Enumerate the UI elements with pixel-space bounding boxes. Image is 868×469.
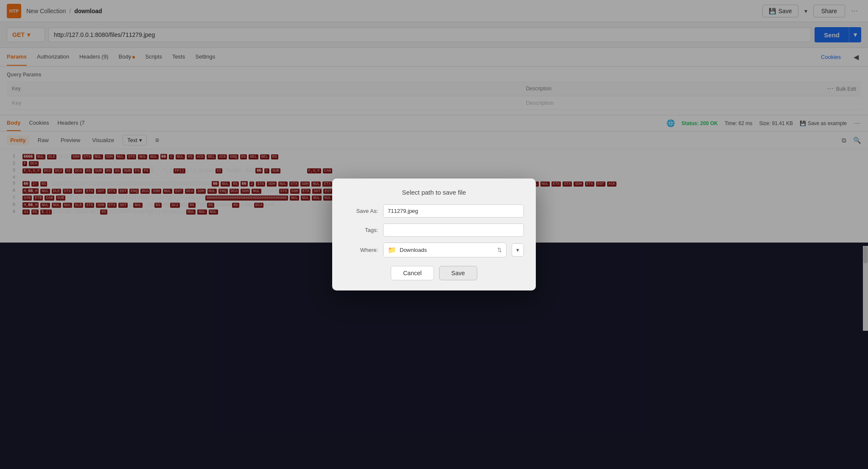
tags-label: Tags:: [344, 227, 378, 233]
folder-icon: 📁: [388, 246, 396, 254]
save-as-input[interactable]: [383, 204, 524, 218]
where-expand-button[interactable]: ▾: [512, 243, 524, 257]
modal-overlay: Select path to save file Save As: Tags: …: [0, 0, 868, 469]
save-button[interactable]: Save: [439, 266, 477, 280]
save-as-label: Save As:: [344, 208, 378, 214]
save-file-modal: Select path to save file Save As: Tags: …: [332, 179, 536, 290]
where-row: Where: 📁 Downloads ⇅ ▾: [344, 243, 524, 257]
modal-buttons: Cancel Save: [344, 266, 524, 280]
tags-row: Tags:: [344, 223, 524, 237]
where-label: Where:: [344, 247, 378, 253]
where-select[interactable]: 📁 Downloads ⇅: [383, 243, 507, 257]
tags-input[interactable]: [383, 223, 524, 237]
where-stepper-icon: ⇅: [497, 247, 502, 253]
save-as-row: Save As:: [344, 204, 524, 218]
cancel-button[interactable]: Cancel: [391, 266, 434, 280]
modal-title: Select path to save file: [344, 189, 524, 196]
